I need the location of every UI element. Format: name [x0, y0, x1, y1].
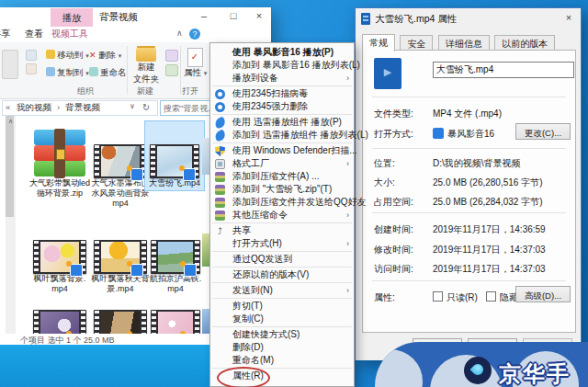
menu-item-delete[interactable]: 删除(D): [210, 341, 354, 354]
video-thumbnail: [150, 144, 199, 178]
easy-access-icon[interactable]: [165, 64, 178, 76]
winrar-archive-icon: [215, 211, 225, 221]
readonly-checkbox[interactable]: 只读(R): [433, 291, 478, 304]
open-with-label: 打开方式:: [374, 128, 413, 141]
change-button[interactable]: 更改(C)...: [515, 123, 571, 140]
address-dropdown-icon[interactable]: ∨: [130, 102, 135, 110]
divider: [372, 212, 566, 213]
menu-item-2345-force-delete[interactable]: 使用2345强力删除: [210, 100, 354, 113]
file-tile-zip[interactable]: 大气彩带飘动led 循环背景.zip: [28, 121, 91, 199]
tab-view[interactable]: 查看: [25, 27, 43, 41]
menu-item-other-compress[interactable]: 其他压缩命令›: [210, 209, 354, 222]
menu-item-add-baofeng-playlist[interactable]: 添加到 暴风影音16 播放列表(L): [210, 59, 354, 72]
menu-item-open-with[interactable]: 打开方式(H)›: [210, 237, 354, 250]
modified-label: 修改时间:: [374, 244, 413, 256]
properties-dialog: 大雪纷飞.mp4 属性 × 常规 安全 详细信息 以前的版本 文件类型: MP4…: [355, 7, 582, 360]
file-tile-selected-snow[interactable]: 大雪纷飞.mp4: [145, 121, 204, 190]
file-tile-video[interactable]: 枫叶飘落背景. mp4: [28, 230, 91, 294]
new-folder-button[interactable]: 新建 文件夹: [131, 48, 161, 85]
close-button[interactable]: ×: [246, 7, 271, 26]
minimize-button[interactable]: –: [191, 7, 217, 26]
tab-general[interactable]: 常规: [362, 34, 395, 51]
divider: [372, 280, 566, 281]
menu-item-copy[interactable]: 复制(C): [210, 313, 354, 325]
menu-item-play-to-device[interactable]: 播放到设备›: [210, 72, 354, 85]
tab-play-contextual[interactable]: 播放: [51, 8, 93, 27]
maximize-button[interactable]: □: [220, 7, 246, 26]
file-tile-video[interactable]: 枫叶飘落秋天背 景.mp4: [89, 230, 152, 294]
mp4-file-icon: [374, 58, 401, 89]
winrar-zip-icon: [34, 129, 85, 178]
divider: [372, 148, 566, 149]
divider: [372, 97, 566, 97]
size-label: 大小:: [374, 176, 395, 189]
menu-item-cut[interactable]: 剪切(T): [210, 300, 354, 313]
checkbox-icon[interactable]: [433, 291, 443, 302]
pin-icon[interactable]: [26, 50, 37, 61]
ribbon-tabs: 共享 查看 视频工具 ∧ ?: [0, 27, 271, 43]
clipboard-icon[interactable]: [2, 50, 18, 79]
back-chevrons-icon[interactable]: «: [6, 102, 10, 112]
menu-item-play-baofeng[interactable]: 使用 暴风影音16 播放(P): [210, 46, 354, 59]
player-badge-icon: [130, 264, 143, 277]
new-folder-icon: [136, 48, 156, 62]
refresh-icon[interactable]: ↻: [142, 102, 150, 112]
menu-item-send-via-qq[interactable]: 通过QQ发送到: [210, 253, 354, 266]
file-tile-video[interactable]: 航拍京沪高铁. mp4: [147, 230, 204, 294]
ribbon-divider: [180, 46, 181, 94]
video-thumbnail: [151, 240, 200, 274]
submenu-arrow-icon: ›: [346, 72, 349, 85]
menu-item-defender-scan[interactable]: 使用 Windows Defender扫描...: [210, 144, 354, 157]
breadcrumb-my-videos[interactable]: 我的视频: [17, 102, 51, 114]
menu-item-restore-previous[interactable]: 还原以前的版本(V): [210, 268, 354, 281]
ribbon-collapse-icon[interactable]: ∧: [176, 28, 183, 38]
menu-item-send-to[interactable]: 发送到(N)›: [210, 284, 354, 297]
menu-item-create-shortcut[interactable]: 创建快捷方式(S): [210, 328, 354, 341]
menu-item-xunlei-playlist[interactable]: 添加到 迅雷播放组件 播放列表(L): [210, 129, 354, 142]
move-to-icon: [46, 50, 55, 59]
dialog-titlebar: 大雪纷飞.mp4 属性 ×: [356, 8, 581, 28]
baofeng-player-icon: [433, 128, 444, 139]
address-box[interactable]: « 我的视频 › 背景视频 ∨ ↻: [2, 100, 158, 116]
file-tile-video[interactable]: 大气水墨瀑布山 水风景动画背景 mp4: [89, 121, 152, 209]
new-item-icon[interactable]: [165, 50, 178, 62]
scroll-up-icon[interactable]: ∧: [6, 118, 16, 125]
menu-item-xunlei-play[interactable]: 使用 迅雷播放组件 播放(P): [210, 116, 354, 129]
menu-item-add-to-archive[interactable]: 添加到压缩文件(A) ...: [210, 170, 354, 183]
dialog-title: 大雪纷飞.mp4 属性: [375, 13, 457, 26]
video-thumbnail: [94, 240, 147, 274]
breadcrumb-background-videos[interactable]: 背景视频: [65, 102, 100, 114]
player-badge-icon: [70, 264, 83, 277]
winrar-archive-icon: [215, 172, 225, 182]
checkbox-icon[interactable]: [486, 291, 496, 302]
menu-item-format-factory[interactable]: 格式工厂›: [210, 157, 354, 170]
defender-shield-icon: [215, 146, 225, 156]
menu-item-compress-and-send-qq[interactable]: 添加到压缩文件并发送给QQ好友: [210, 196, 354, 209]
red-annotation-ellipse: [217, 367, 270, 387]
tab-video-tools[interactable]: 视频工具: [51, 27, 88, 41]
location-value: D:\我的视频\背景视频: [433, 157, 521, 170]
created-label: 创建时间:: [374, 223, 413, 236]
jinghua-logo-icon: [464, 357, 492, 384]
move-to-button[interactable]: 移动到 ▾: [46, 50, 89, 62]
menu-item-add-to-named-zip[interactable]: 添加到 "大雪纷飞.zip"(T): [210, 183, 354, 196]
properties-button[interactable]: ✓ 属性 ▾: [184, 48, 206, 79]
help-icon[interactable]: ?: [189, 28, 200, 40]
paste-icon[interactable]: [26, 63, 37, 74]
menu-item-rename[interactable]: 重命名(M): [210, 354, 354, 367]
scrollbar-thumb[interactable]: [6, 116, 14, 217]
tab-share[interactable]: 共享: [0, 27, 10, 41]
properties-check-icon: ✓: [187, 48, 203, 67]
dialog-close-icon[interactable]: ×: [556, 9, 582, 28]
scrollbar[interactable]: ∧ ∨: [6, 116, 16, 342]
copy-to-button[interactable]: 复制到 ▾: [46, 67, 89, 79]
location-label: 位置:: [374, 157, 395, 170]
delete-button[interactable]: ✕ 删除 ▾: [89, 50, 121, 62]
menu-item-share[interactable]: ⤴共享: [210, 224, 354, 237]
video-thumbnail: [94, 144, 147, 178]
explorer-titlebar: 播放 背景视频 – □ ×: [0, 7, 271, 27]
rename-button[interactable]: 重命名: [89, 67, 127, 79]
advanced-button[interactable]: 高级(D)...: [515, 286, 571, 302]
menu-item-2345-scan[interactable]: 使用2345扫描病毒: [210, 87, 354, 100]
filename-input[interactable]: [433, 62, 574, 78]
